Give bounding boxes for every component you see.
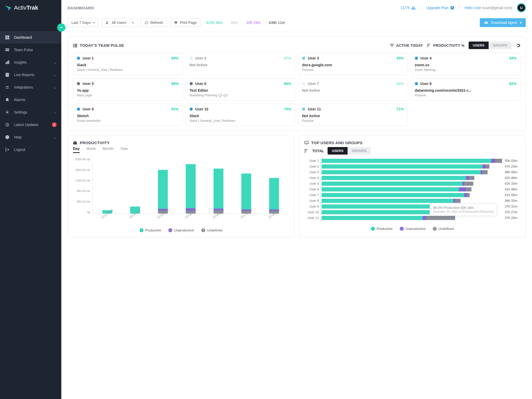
upgrade-plan-link[interactable]: Upgrade Plan — [426, 6, 454, 10]
user-desc: Main page — [77, 94, 179, 97]
tab-month[interactable]: Month — [103, 147, 114, 153]
sidebar-item-settings[interactable]: Settings⌄ — [0, 106, 61, 118]
avatar[interactable]: U — [517, 3, 526, 12]
bar-column[interactable]: 12/13/2020 — [123, 207, 147, 214]
cloud-download-icon — [484, 21, 488, 24]
sidebar-item-dashboard[interactable]: Dashboard — [0, 31, 61, 44]
svg-rect-11 — [6, 75, 8, 75]
productivity-sort[interactable]: PRODUCTIVITY % — [427, 43, 464, 48]
user-card[interactable]: User 982%SketchEmail newsletter — [73, 104, 183, 126]
svg-rect-41 — [304, 149, 308, 150]
user-desc: Passive — [302, 68, 404, 72]
user-pct: 71% — [396, 107, 404, 111]
chevron-down-icon: ⌄ — [54, 73, 57, 77]
sidebar-item-label: Integrations — [14, 85, 33, 89]
svg-rect-30 — [75, 46, 77, 47]
sidebar-item-insights[interactable]: Insights⌄ — [0, 56, 61, 69]
user-card[interactable]: User 686%Text EditorMarketing Planning Q… — [186, 78, 295, 101]
sidebar-item-help[interactable]: ?Help⌄ — [0, 131, 61, 143]
svg-rect-32 — [391, 45, 393, 46]
user-app: Text Editor — [190, 88, 291, 92]
users-groups-toggle[interactable]: USERS GROUPS — [469, 42, 511, 49]
legend-item[interactable]: —Unproductive — [168, 228, 194, 232]
bar-column[interactable]: 12/14/2020 — [151, 170, 175, 214]
tab-day[interactable]: Day — [73, 147, 80, 153]
top-user-row[interactable]: User 442h 48m — [304, 176, 520, 180]
top-user-row[interactable]: User 542h 33m — [304, 182, 520, 186]
stat-unproductive: 10h 15m — [244, 18, 263, 27]
user-pct: 82% — [509, 82, 516, 86]
legend-item[interactable]: —Unproductive — [400, 227, 425, 231]
top-user-row[interactable]: User 346h 46m — [304, 170, 520, 174]
sidebar-item-logout[interactable]: Logout — [0, 143, 61, 156]
user-card[interactable]: User 588%Yo.appMain page — [73, 78, 183, 101]
download-agent-button[interactable]: Download Agent▾ — [480, 18, 526, 27]
status-dot — [190, 108, 193, 111]
svg-rect-4 — [5, 49, 9, 49]
legend-item[interactable]: ✓Productive — [371, 227, 393, 231]
svg-rect-26 — [75, 44, 77, 45]
user-card[interactable]: User 494%zoom.usZoom Meeting — [411, 53, 521, 75]
user-card[interactable]: User 199%SlackSlack | General_chat | Red… — [73, 53, 183, 75]
tab-week[interactable]: Week — [87, 147, 96, 153]
top-user-row[interactable]: User 1137h 20m — [304, 216, 520, 220]
sidebar-item-alarms[interactable]: Alarms — [0, 94, 61, 106]
sidebar-item-latest-updates[interactable]: Latest Updates1 — [0, 118, 61, 131]
top-user-row[interactable]: User 838h 33m — [304, 199, 520, 203]
sidebar-item-label: Logout — [14, 148, 25, 152]
bar-column[interactable]: 12/12/2020 — [95, 210, 119, 214]
panel-settings-button[interactable] — [516, 43, 520, 48]
svg-rect-39 — [305, 141, 308, 144]
bar-column[interactable]: 12/16/2020 — [207, 169, 231, 214]
svg-rect-37 — [73, 142, 77, 144]
user-card[interactable]: User 297%Not Active — [186, 53, 295, 75]
user-card[interactable]: User 1075%SlackSlack | General_chat | Re… — [186, 104, 295, 126]
bar-column[interactable]: 12/18/2020 — [262, 178, 286, 214]
top-users-toggle[interactable]: USERS GROUPS — [328, 147, 370, 155]
sidebar-item-integrations[interactable]: Integrations⌄ — [0, 81, 61, 94]
legend-item[interactable]: ?Undefined — [201, 228, 222, 232]
bar-column[interactable]: 12/15/2020 — [178, 164, 203, 214]
settings-icon — [5, 110, 10, 115]
sort-icon — [427, 44, 431, 47]
user-card[interactable]: User 786%Not Active — [298, 78, 408, 101]
legend-item[interactable]: ✓Productive — [139, 228, 161, 232]
bar-column[interactable]: 12/17/2020 — [234, 174, 258, 214]
update-badge: 1 — [52, 122, 57, 127]
filter-icon — [390, 44, 394, 47]
user-pct: 97% — [284, 56, 291, 60]
date-range-select[interactable]: Last 7 Days▾ — [68, 18, 98, 27]
user-desc: Slack | General_chat | Redteam — [77, 68, 179, 72]
reports-icon — [5, 72, 10, 77]
help-icon: ? — [5, 135, 10, 140]
refresh-button[interactable]: Refresh — [141, 18, 167, 27]
svg-rect-42 — [304, 151, 307, 151]
top-user-row[interactable]: User 150h 03m — [304, 159, 520, 163]
top-user-row[interactable]: User 741h 05m — [304, 193, 520, 197]
legend-item[interactable]: ?Undefined — [433, 227, 454, 231]
user-card[interactable]: User 1171%Not ActivePassive — [298, 104, 408, 126]
users-count-link[interactable]: 11/75 — [401, 6, 416, 10]
integrations-icon — [5, 85, 10, 90]
svg-rect-36 — [427, 46, 428, 47]
print-icon — [174, 21, 178, 24]
top-user-row[interactable]: User 641h 48m — [304, 187, 520, 191]
users-filter-select[interactable]: All Users▾ — [102, 18, 138, 27]
users-icon — [411, 6, 416, 10]
user-desc: Email newsletter — [77, 119, 179, 123]
user-name: User 10 — [195, 107, 209, 111]
sidebar-collapse-button[interactable] — [57, 23, 65, 32]
sidebar-item-team-pulse[interactable]: Team Pulse — [0, 44, 61, 56]
status-dot — [302, 108, 305, 111]
user-pct: 88% — [171, 82, 178, 86]
svg-point-17 — [412, 7, 414, 8]
user-card[interactable]: User 882%datamining.com/recents/2021-r..… — [411, 78, 521, 101]
active-today-filter[interactable]: ACTIVE TODAY — [390, 43, 423, 48]
tab-year[interactable]: Year — [120, 147, 128, 153]
sidebar-item-live-reports[interactable]: Live Reports⌄ — [0, 69, 61, 81]
chevron-down-icon: ⌄ — [54, 85, 57, 89]
user-card[interactable]: User 395%docs.google.comPassive — [298, 53, 408, 75]
svg-rect-16 — [60, 27, 63, 28]
top-user-row[interactable]: User 247h 23m — [304, 164, 520, 169]
print-button[interactable]: Print Page — [170, 18, 201, 27]
